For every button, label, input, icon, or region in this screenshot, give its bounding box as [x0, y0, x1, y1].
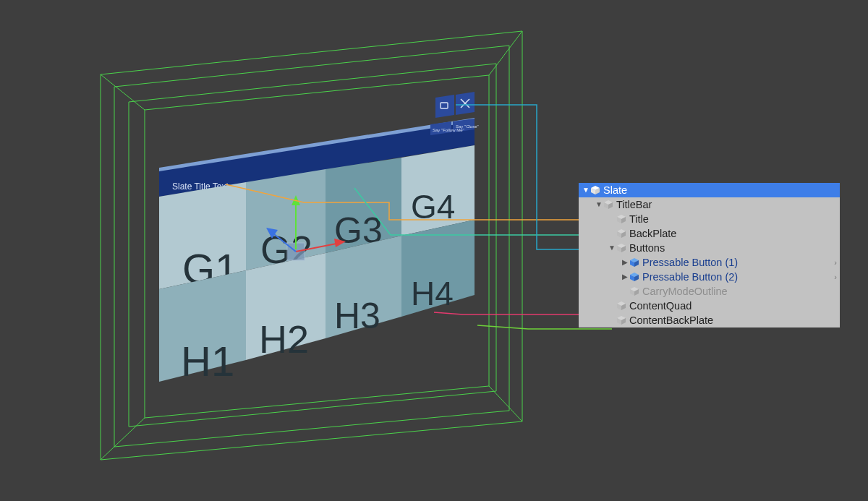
- hierarchy-item-titlebar[interactable]: ▼ TitleBar: [579, 197, 840, 212]
- gameobject-cube-icon: [616, 243, 626, 253]
- gameobject-cube-icon: [629, 272, 639, 282]
- follow-button[interactable]: [435, 95, 454, 118]
- hierarchy-item-contentbackplate[interactable]: ContentBackPlate: [579, 313, 840, 327]
- prefab-open-icon[interactable]: ›: [828, 255, 837, 270]
- gameobject-cube-icon: [616, 214, 626, 224]
- svg-line-4: [101, 74, 145, 110]
- hierarchy-item-carrymodeoutline[interactable]: CarryModeOutline: [579, 284, 840, 299]
- gameobject-cube-icon: [616, 301, 626, 311]
- hierarchy-item-contentquad[interactable]: ContentQuad: [579, 299, 840, 313]
- gameobject-cube-icon: [603, 200, 613, 210]
- grid-cell-h3: H3: [334, 296, 380, 336]
- hierarchy-item-label: ContentBackPlate: [629, 313, 837, 327]
- hierarchy-item-pressable-button-2-[interactable]: ▶ Pressable Button (2)›: [579, 270, 840, 284]
- expand-arrow-icon[interactable]: ▼: [595, 197, 603, 212]
- expand-arrow-icon[interactable]: ▶: [621, 255, 629, 270]
- gameobject-cube-icon: [629, 257, 639, 267]
- hierarchy-item-label: Buttons: [629, 241, 837, 255]
- hierarchy-item-buttons[interactable]: ▼ Buttons: [579, 241, 840, 255]
- svg-line-5: [489, 31, 522, 75]
- svg-line-6: [489, 386, 522, 421]
- gameobject-cube-icon: [629, 286, 639, 296]
- expand-arrow-icon[interactable]: ▼: [608, 241, 616, 255]
- grid-cell-h4: H4: [411, 275, 454, 312]
- expand-arrow-icon[interactable]: ▼: [582, 183, 590, 197]
- grid-cell-h1: H1: [181, 338, 234, 385]
- close-hint: Say "Close": [456, 124, 479, 129]
- hierarchy-item-label: CarryModeOutline: [642, 284, 837, 299]
- grid-cell-h2: H2: [259, 317, 309, 361]
- expand-arrow-icon[interactable]: ▶: [621, 270, 629, 284]
- hierarchy-item-label: Pressable Button (2): [642, 270, 828, 284]
- hierarchy-panel[interactable]: ▼ Slate▼ TitleBar Title BackPlate▼ Butto…: [579, 183, 840, 327]
- hierarchy-item-label: TitleBar: [616, 197, 837, 212]
- slate: Say "Follow Me" Say "Close" Slate Title …: [159, 92, 479, 385]
- gameobject-cube-icon: [616, 228, 626, 239]
- hierarchy-item-backplate[interactable]: BackPlate: [579, 226, 840, 241]
- gameobject-cube-icon: [616, 315, 626, 325]
- hierarchy-item-label: BackPlate: [629, 226, 837, 241]
- hierarchy-item-title[interactable]: Title: [579, 212, 840, 226]
- hierarchy-item-slate[interactable]: ▼ Slate: [579, 183, 840, 197]
- gameobject-cube-icon: [590, 185, 600, 195]
- hierarchy-item-label: ContentQuad: [629, 299, 837, 313]
- hierarchy-item-label: Title: [629, 212, 837, 226]
- hierarchy-item-pressable-button-1-[interactable]: ▶ Pressable Button (1)›: [579, 255, 840, 270]
- prefab-open-icon[interactable]: ›: [828, 270, 837, 284]
- hierarchy-item-label: Slate: [603, 183, 837, 197]
- svg-line-7: [101, 418, 145, 460]
- hierarchy-item-label: Pressable Button (1): [642, 255, 828, 270]
- titlebar-buttons: Say "Follow Me" Say "Close": [430, 92, 479, 135]
